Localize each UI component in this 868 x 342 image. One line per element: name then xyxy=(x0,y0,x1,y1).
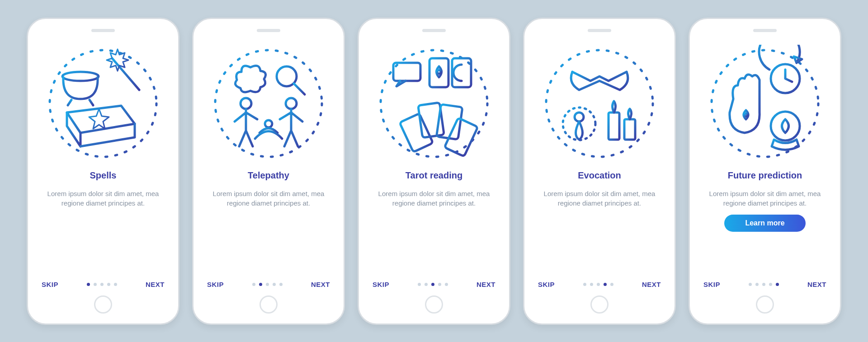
screen-description: Lorem ipsum dolor sit dim amet, mea regi… xyxy=(370,189,498,209)
page-dots xyxy=(583,283,613,286)
dot xyxy=(445,283,448,286)
home-button[interactable] xyxy=(425,295,443,314)
svg-point-2 xyxy=(215,50,322,157)
dot xyxy=(597,283,600,286)
dot xyxy=(94,283,97,286)
svg-rect-15 xyxy=(400,113,433,152)
dot xyxy=(431,283,434,286)
page-dots xyxy=(418,283,448,286)
next-button[interactable]: NEXT xyxy=(807,281,826,288)
onboarding-screen-tarot: Tarot reading Lorem ipsum dolor sit dim … xyxy=(358,18,510,325)
evocation-icon xyxy=(541,45,658,162)
svg-point-5 xyxy=(286,98,297,109)
next-button[interactable]: NEXT xyxy=(642,281,661,288)
phone-speaker xyxy=(588,29,611,32)
skip-button[interactable]: SKIP xyxy=(538,281,555,288)
next-button[interactable]: NEXT xyxy=(146,281,165,288)
phone-speaker xyxy=(422,29,446,32)
dot xyxy=(273,283,276,286)
screen-title: Spells xyxy=(39,170,167,181)
screen-description: Lorem ipsum dolor sit dim amet, mea regi… xyxy=(535,189,664,209)
screen-title: Future prediction xyxy=(701,170,829,181)
dot xyxy=(266,283,269,286)
dot xyxy=(425,283,428,286)
home-button[interactable] xyxy=(590,295,609,314)
page-dots xyxy=(252,283,283,286)
phone-speaker xyxy=(91,29,115,32)
dot xyxy=(259,283,262,286)
learn-more-button[interactable]: Learn more xyxy=(724,215,806,232)
svg-point-26 xyxy=(745,113,747,116)
onboarding-screen-telepathy: Telepathy Lorem ipsum dolor sit dim amet… xyxy=(192,18,345,325)
screen-title: Telepathy xyxy=(204,170,333,181)
screen-description: Lorem ipsum dolor sit dim amet, mea regi… xyxy=(39,189,167,209)
dot xyxy=(583,283,586,286)
dot xyxy=(755,283,759,286)
dot xyxy=(769,283,772,286)
dot xyxy=(590,283,593,286)
screen-description: Lorem ipsum dolor sit dim amet, mea regi… xyxy=(204,189,333,209)
future-icon xyxy=(706,45,824,162)
dot xyxy=(252,283,255,286)
next-button[interactable]: NEXT xyxy=(476,281,495,288)
skip-button[interactable]: SKIP xyxy=(703,281,720,288)
svg-point-0 xyxy=(50,50,156,157)
svg-point-27 xyxy=(771,112,800,141)
dot xyxy=(279,283,283,286)
screen-description: Lorem ipsum dolor sit dim amet, mea regi… xyxy=(701,189,829,209)
page-dots xyxy=(87,283,117,286)
onboarding-nav: SKIP NEXT xyxy=(370,281,498,288)
dot xyxy=(776,283,779,286)
svg-point-19 xyxy=(546,50,653,157)
page-dots xyxy=(749,283,779,286)
svg-point-4 xyxy=(241,98,251,109)
dot xyxy=(114,283,117,286)
spells-icon xyxy=(44,45,162,162)
svg-point-20 xyxy=(575,112,584,122)
home-button[interactable] xyxy=(94,295,112,314)
dot xyxy=(100,283,104,286)
dot xyxy=(610,283,613,286)
skip-button[interactable]: SKIP xyxy=(207,281,224,288)
tarot-icon xyxy=(375,45,493,162)
dot xyxy=(87,283,90,286)
dot xyxy=(762,283,765,286)
svg-rect-23 xyxy=(624,119,635,140)
onboarding-screen-evocation: Evocation Lorem ipsum dolor sit dim amet… xyxy=(523,18,676,325)
svg-point-14 xyxy=(437,70,441,74)
onboarding-screen-spells: Spells Lorem ipsum dolor sit dim amet, m… xyxy=(27,18,179,325)
dot xyxy=(604,283,607,286)
dot xyxy=(438,283,441,286)
svg-rect-22 xyxy=(609,112,619,140)
svg-point-6 xyxy=(265,120,272,127)
phone-speaker xyxy=(257,29,280,32)
dot xyxy=(749,283,752,286)
svg-point-1 xyxy=(62,72,99,81)
screen-title: Evocation xyxy=(535,170,664,181)
onboarding-nav: SKIP NEXT xyxy=(701,281,829,288)
skip-button[interactable]: SKIP xyxy=(42,281,58,288)
dot xyxy=(418,283,421,286)
screen-title: Tarot reading xyxy=(370,170,498,181)
skip-button[interactable]: SKIP xyxy=(373,281,389,288)
telepathy-icon xyxy=(210,45,327,162)
dot xyxy=(107,283,110,286)
onboarding-nav: SKIP NEXT xyxy=(39,281,167,288)
phone-speaker xyxy=(753,29,777,32)
onboarding-nav: SKIP NEXT xyxy=(204,281,333,288)
home-button[interactable] xyxy=(756,295,774,314)
onboarding-nav: SKIP NEXT xyxy=(535,281,664,288)
next-button[interactable]: NEXT xyxy=(311,281,330,288)
onboarding-screen-future: Future prediction Lorem ipsum dolor sit … xyxy=(689,18,841,325)
home-button[interactable] xyxy=(259,295,278,314)
